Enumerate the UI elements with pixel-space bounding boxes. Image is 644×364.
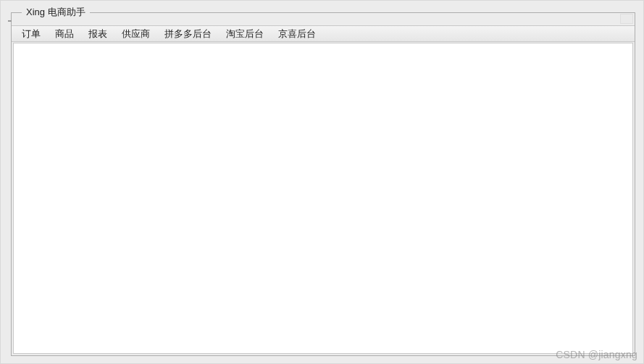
window-control-icon[interactable] [620,14,633,24]
menu-jingxi[interactable]: 京喜后台 [271,26,323,42]
watermark-text: CSDN @jiangxng [556,349,637,360]
desktop-background: Xing 电商助手 订单 商品 报表 供应商 拼多多后台 淘宝后台 京喜后台 C… [0,0,644,364]
titlebar[interactable]: Xing 电商助手 [12,13,635,26]
client-area [13,43,633,354]
menu-taobao[interactable]: 淘宝后台 [219,26,271,42]
window-title: Xing 电商助手 [22,7,90,18]
menu-pinduoduo[interactable]: 拼多多后台 [157,26,219,42]
menu-suppliers[interactable]: 供应商 [114,26,157,42]
menubar: 订单 商品 报表 供应商 拼多多后台 淘宝后台 京喜后台 [12,26,635,42]
menu-orders[interactable]: 订单 [14,26,48,42]
app-window: Xing 电商助手 订单 商品 报表 供应商 拼多多后台 淘宝后台 京喜后台 [11,12,635,356]
menu-reports[interactable]: 报表 [81,26,114,42]
menu-products[interactable]: 商品 [48,26,81,42]
